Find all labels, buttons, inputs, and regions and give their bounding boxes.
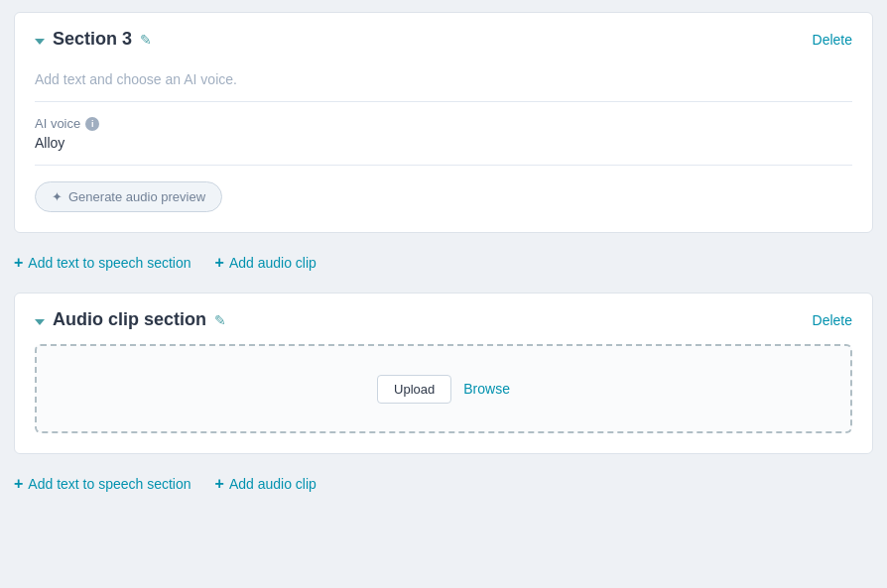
section3-header-left: Section 3 ✎ [35,29,152,50]
page-wrapper: Section 3 ✎ Delete Add text and choose a… [0,12,887,502]
audio-clip-delete-button[interactable]: Delete [813,312,852,328]
generate-audio-preview-button[interactable]: ✦ Generate audio preview [35,181,222,212]
upload-button[interactable]: Upload [377,375,451,404]
section3-header: Section 3 ✎ Delete [35,29,852,50]
audio-clip-header-left: Audio clip section ✎ [35,309,226,330]
section3-text-placeholder: Add text and choose an AI voice. [35,63,852,102]
audio-clip-section-header: Audio clip section ✎ Delete [35,309,852,330]
add-audio-clip-link-1[interactable]: + Add audio clip [215,255,317,271]
edit-icon[interactable]: ✎ [140,32,152,48]
audio-clip-collapse-icon[interactable] [35,311,45,329]
generate-plus-icon: ✦ [52,189,63,204]
ai-voice-value: Alloy [35,135,852,151]
add-section-bar-2: + Add text to speech section + Add audio… [0,466,887,502]
add-tts-section-link-2[interactable]: + Add text to speech section [14,476,191,492]
add-audio-plus-icon-2: + [215,476,224,492]
ai-voice-label: AI voice i [35,116,852,131]
audio-clip-edit-icon[interactable]: ✎ [214,312,226,328]
ai-voice-section: AI voice i Alloy [35,116,852,166]
browse-link[interactable]: Browse [463,381,510,397]
add-tts-plus-icon-2: + [14,476,23,492]
add-audio-plus-icon-1: + [215,255,224,271]
ai-voice-info-icon[interactable]: i [85,117,99,131]
audio-clip-section-card: Audio clip section ✎ Delete Upload Brows… [14,293,873,454]
section3-delete-button[interactable]: Delete [813,32,852,48]
add-audio-clip-link-2[interactable]: + Add audio clip [215,476,317,492]
audio-clip-section-title: Audio clip section [53,309,206,330]
collapse-icon[interactable] [35,31,45,49]
add-section-bar-1: + Add text to speech section + Add audio… [0,245,887,281]
section3-card: Section 3 ✎ Delete Add text and choose a… [14,12,873,233]
section3-title: Section 3 [53,29,132,50]
add-tts-section-link-1[interactable]: + Add text to speech section [14,255,191,271]
add-tts-plus-icon-1: + [14,255,23,271]
upload-area: Upload Browse [35,344,852,433]
